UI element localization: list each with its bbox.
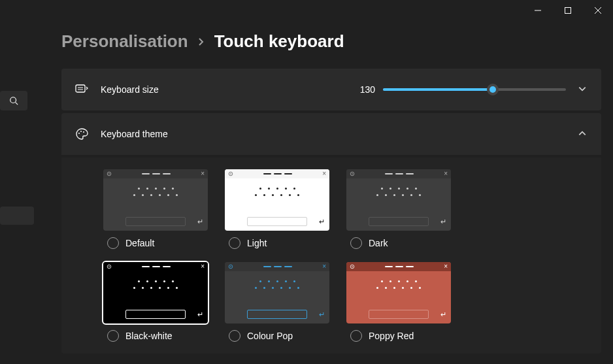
close-icon: × bbox=[322, 171, 326, 177]
chevron-right-icon bbox=[197, 34, 205, 49]
theme-label: Dark bbox=[369, 238, 388, 248]
theme-option-dark[interactable]: ×↵Dark bbox=[346, 169, 451, 249]
theme-thumbnail[interactable]: ×↵ bbox=[346, 169, 451, 231]
expand-keyboard-size[interactable] bbox=[578, 84, 588, 95]
svg-point-17 bbox=[352, 173, 353, 174]
theme-option-light[interactable]: ×↵Light bbox=[225, 169, 329, 249]
close-icon bbox=[595, 7, 601, 14]
window-controls bbox=[523, 0, 613, 21]
theme-option-poppyred[interactable]: ×↵Poppy Red bbox=[346, 262, 451, 342]
nav-item-selected[interactable] bbox=[0, 207, 34, 225]
slider-fill bbox=[383, 88, 493, 91]
svg-point-11 bbox=[83, 131, 84, 133]
enter-icon: ↵ bbox=[197, 218, 203, 226]
theme-radio[interactable] bbox=[229, 330, 240, 342]
enter-icon: ↵ bbox=[319, 310, 325, 319]
maximize-button[interactable] bbox=[553, 0, 583, 21]
palette-icon bbox=[75, 127, 89, 141]
collapse-keyboard-theme[interactable] bbox=[578, 129, 588, 139]
theme-radio[interactable] bbox=[107, 330, 119, 342]
theme-thumbnail[interactable]: ×↵ bbox=[225, 169, 329, 231]
search-icon bbox=[9, 96, 18, 105]
close-icon: × bbox=[201, 263, 205, 270]
close-icon: × bbox=[201, 171, 205, 177]
theme-thumbnail[interactable]: ×↵ bbox=[103, 169, 208, 231]
svg-point-4 bbox=[10, 97, 16, 103]
enter-icon: ↵ bbox=[440, 218, 446, 226]
theme-grid: ×↵Default×↵Light×↵Dark×↵Black-white×↵Col… bbox=[103, 169, 559, 342]
svg-point-9 bbox=[78, 133, 80, 134]
svg-point-21 bbox=[230, 266, 231, 267]
main-content: Personalisation Touch keyboard Keyboard … bbox=[61, 31, 601, 364]
theme-label: Colour Pop bbox=[247, 331, 293, 341]
theme-radio[interactable] bbox=[107, 237, 119, 249]
chevron-up-icon bbox=[578, 129, 587, 138]
gear-icon bbox=[107, 171, 112, 176]
gear-icon bbox=[350, 264, 355, 269]
theme-label: Default bbox=[125, 238, 154, 248]
theme-radio[interactable] bbox=[350, 330, 362, 342]
breadcrumb: Personalisation Touch keyboard bbox=[61, 31, 601, 52]
setting-keyboard-size[interactable]: Keyboard size 130 bbox=[61, 69, 601, 110]
gear-icon bbox=[228, 264, 233, 269]
theme-thumbnail[interactable]: ×↵ bbox=[346, 262, 451, 323]
minimize-icon bbox=[535, 7, 541, 14]
gear-icon bbox=[107, 264, 112, 269]
search-button[interactable] bbox=[0, 91, 27, 110]
svg-rect-1 bbox=[565, 8, 571, 14]
keyboard-size-label: Keyboard size bbox=[101, 84, 159, 95]
close-icon: × bbox=[322, 263, 326, 270]
close-icon: × bbox=[444, 263, 448, 270]
theme-option-default[interactable]: ×↵Default bbox=[103, 169, 208, 249]
keyboard-icon bbox=[75, 83, 89, 96]
setting-keyboard-theme[interactable]: Keyboard theme bbox=[61, 113, 601, 155]
theme-label: Black-white bbox=[125, 331, 173, 341]
svg-rect-6 bbox=[76, 85, 85, 92]
theme-radio[interactable] bbox=[229, 237, 240, 249]
page-title: Touch keyboard bbox=[214, 31, 344, 52]
enter-icon: ↵ bbox=[440, 310, 446, 319]
keyboard-size-slider[interactable] bbox=[383, 88, 566, 91]
enter-icon: ↵ bbox=[319, 218, 325, 226]
svg-line-5 bbox=[16, 103, 18, 105]
gear-icon bbox=[350, 171, 355, 176]
keyboard-size-value: 130 bbox=[360, 84, 375, 95]
theme-label: Poppy Red bbox=[369, 331, 414, 341]
chevron-down-icon bbox=[578, 84, 587, 93]
theme-option-colourpop[interactable]: ×↵Colour Pop bbox=[225, 262, 329, 342]
close-icon: × bbox=[444, 171, 448, 177]
slider-thumb[interactable] bbox=[487, 84, 499, 95]
theme-label: Light bbox=[247, 238, 267, 248]
minimize-button[interactable] bbox=[523, 0, 553, 21]
keyboard-theme-label: Keyboard theme bbox=[101, 129, 168, 139]
theme-thumbnail[interactable]: ×↵ bbox=[225, 262, 329, 323]
breadcrumb-parent[interactable]: Personalisation bbox=[61, 31, 188, 52]
left-nav-rail bbox=[0, 0, 31, 364]
maximize-icon bbox=[565, 7, 571, 14]
theme-thumbnail[interactable]: ×↵ bbox=[103, 262, 208, 323]
theme-option-blackwhite[interactable]: ×↵Black-white bbox=[103, 262, 208, 342]
theme-panel: ×↵Default×↵Light×↵Dark×↵Black-white×↵Col… bbox=[61, 157, 601, 354]
svg-point-19 bbox=[108, 266, 110, 267]
theme-radio[interactable] bbox=[350, 237, 362, 249]
svg-point-15 bbox=[230, 173, 231, 174]
enter-icon: ↵ bbox=[197, 310, 203, 319]
svg-point-23 bbox=[352, 266, 353, 267]
svg-point-13 bbox=[108, 173, 110, 174]
close-button[interactable] bbox=[583, 0, 613, 21]
svg-point-10 bbox=[80, 131, 82, 132]
gear-icon bbox=[228, 171, 233, 176]
